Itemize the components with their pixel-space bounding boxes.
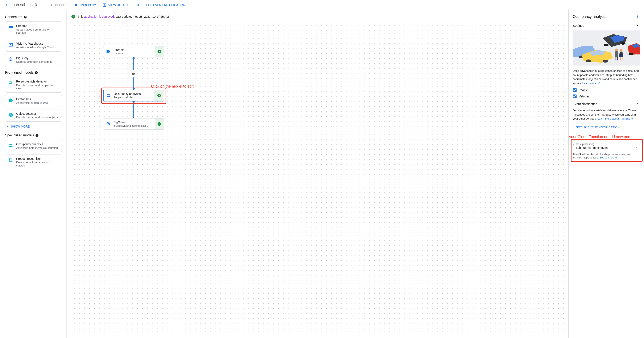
learn-more-link[interactable]: Learn more [582, 82, 600, 85]
svg-text:?: ? [24, 16, 26, 18]
success-check-icon [72, 15, 75, 19]
event-notification-description: Get alerted when certain model events oc… [573, 108, 640, 121]
svg-rect-37 [108, 123, 109, 124]
learn-more-pubsub-link[interactable]: Learn more about Pub/Sub [597, 117, 634, 120]
status-success-icon [154, 90, 164, 101]
sidebar-item-occupancy-analytics[interactable]: Occupancy analyticsAdvanced person/vehic… [5, 140, 62, 152]
scrollbar[interactable] [66, 10, 67, 338]
svg-point-18 [9, 98, 12, 102]
chevron-up-icon [636, 102, 640, 106]
svg-point-49 [602, 60, 608, 63]
sidebar-item-person-blur[interactable]: Person blurAnonymize human figures [5, 95, 62, 107]
external-link-icon [597, 82, 600, 85]
view-details-button[interactable]: VIEW DETAILS [100, 2, 132, 9]
pretrained-section-title: Pre-trained models ? [5, 71, 62, 75]
svg-text:?: ? [36, 134, 38, 136]
external-link-icon [615, 156, 618, 159]
svg-rect-13 [10, 59, 11, 60]
sidebar-item-warehouse[interactable]: Vision AI WarehouseAssets stored on Goog… [5, 39, 62, 52]
node-occupancy-analytics[interactable]: Occupancy analyticsPeople + vehicles [103, 90, 164, 101]
illustration [573, 30, 640, 66]
sidebar-item-product-recognizer[interactable]: Product recognizerDetect items from a pr… [5, 154, 62, 170]
help-icon[interactable]: ? [35, 134, 39, 137]
chevron-down-icon [6, 125, 10, 128]
deploy-button: DEPLOY [47, 2, 70, 9]
face-icon [8, 98, 13, 103]
panel-title: Occupancy analytics [573, 15, 608, 19]
back-button[interactable] [3, 1, 11, 9]
status-bar: This application is deployed. Last updat… [70, 14, 565, 23]
video-camera-icon [104, 49, 114, 54]
svg-point-33 [109, 94, 110, 96]
sidebar-item-bigquery[interactable]: BigQueryStore structured insights data [5, 54, 62, 66]
svg-rect-12 [10, 59, 10, 60]
svg-text:?: ? [36, 72, 37, 74]
event-notification-section-toggle[interactable]: Event Notification [573, 102, 640, 106]
svg-point-44 [604, 44, 609, 46]
svg-point-50 [615, 49, 618, 51]
sidebar-item-streams[interactable]: StreamsStream video from multiple source… [5, 22, 62, 37]
bigquery-icon [8, 57, 13, 62]
svg-point-26 [132, 57, 135, 59]
svg-rect-0 [104, 5, 104, 6]
application-deployed-link[interactable]: application is deployed [84, 15, 114, 18]
see-example-link[interactable]: See example [600, 156, 618, 159]
svg-point-48 [586, 59, 591, 62]
show-more-button[interactable]: SHOW MORE [6, 125, 62, 128]
svg-rect-56 [622, 57, 622, 60]
sidebar: Connectors ? StreamsStream video from mu… [0, 10, 67, 338]
undeploy-button[interactable]: UNDEPLOY [72, 2, 98, 9]
settings-description: Uses advanced inputs like zones or lines… [573, 69, 640, 85]
node-bigquery[interactable]: BigQueryprojects/visionai-testing-stabl.… [103, 118, 164, 130]
svg-point-54 [620, 49, 622, 52]
svg-rect-36 [108, 123, 108, 124]
svg-point-39 [637, 15, 638, 16]
settings-section-toggle[interactable]: Settings [573, 23, 640, 28]
svg-rect-55 [620, 57, 621, 60]
help-icon[interactable]: ? [24, 15, 27, 19]
graph-canvas[interactable]: This application is deployed. Last updat… [67, 10, 568, 338]
svg-point-32 [107, 94, 109, 95]
help-icon[interactable]: ? [35, 71, 38, 74]
dropdown-arrow-icon [635, 146, 638, 149]
people-icon [8, 80, 13, 85]
svg-point-16 [10, 81, 11, 83]
svg-point-20 [11, 100, 12, 100]
svg-point-23 [10, 144, 11, 145]
people-icon [8, 143, 13, 148]
svg-point-45 [621, 42, 626, 45]
post-processing-select[interactable]: Post-processing pub-sub-test-mock-event [573, 144, 640, 151]
post-processing-helper: Use Cloud Functions to handle post-proce… [573, 152, 640, 160]
svg-rect-2 [105, 5, 106, 6]
svg-point-19 [10, 100, 10, 100]
app-title: pub-sub-test-0 [12, 3, 37, 7]
sidebar-item-person-vehicle-detector[interactable]: Person/vehicle detectorDraw boxes around… [5, 77, 62, 93]
setup-event-notification-button[interactable]: SET UP EVENT NOTIFICATION [134, 2, 188, 9]
svg-rect-53 [617, 57, 618, 60]
svg-point-24 [11, 144, 12, 145]
annotation-text: Select your Cloud Function or add new on… [568, 135, 625, 139]
status-success-icon [155, 118, 164, 129]
cube-icon [8, 112, 13, 117]
svg-rect-51 [615, 51, 618, 57]
svg-point-17 [11, 82, 12, 83]
svg-point-40 [637, 16, 638, 17]
node-streams[interactable]: Streams1 source [103, 46, 164, 57]
annotation-text: Click on the model to edit [151, 84, 194, 89]
status-success-icon [155, 46, 164, 57]
svg-point-41 [637, 17, 638, 18]
people-checkbox[interactable]: People [573, 88, 640, 92]
chevron-up-icon [636, 23, 640, 28]
video-camera-icon [8, 25, 13, 30]
details-panel: Occupancy analytics Settings [568, 10, 644, 338]
bigquery-icon [104, 121, 114, 126]
svg-rect-1 [105, 5, 105, 6]
more-menu-button[interactable] [636, 14, 640, 19]
vehicles-checkbox[interactable]: Vehicles [573, 94, 640, 98]
shirt-icon [8, 157, 13, 162]
video-transform-icon[interactable] [130, 70, 138, 77]
setup-event-notification-panel-button[interactable]: SET UP EVENT NOTIFICATION [573, 124, 623, 131]
play-box-icon [8, 42, 13, 47]
connectors-section-title: Connectors ? [5, 15, 62, 19]
sidebar-item-object-detector[interactable]: Object detectorDraw boxes around known o… [5, 109, 62, 122]
